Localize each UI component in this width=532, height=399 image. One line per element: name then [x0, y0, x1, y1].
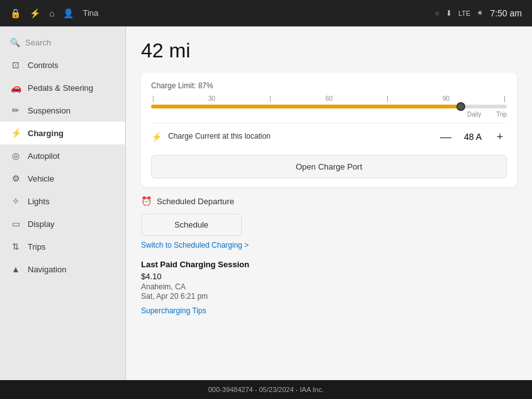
bottom-bar: 000-39484274 - 05/23/2024 - IAA Inc.: [0, 380, 532, 399]
scheduled-departure-label: Scheduled Departure: [157, 197, 234, 206]
autopilot-label: Autopilot: [28, 151, 60, 161]
main-layout: 🔍 Search ⊡ Controls 🚗 Pedals & Steering …: [0, 26, 532, 380]
schedule-button[interactable]: Schedule: [141, 214, 242, 236]
sidebar: 🔍 Search ⊡ Controls 🚗 Pedals & Steering …: [0, 26, 126, 380]
trips-icon: ⇅: [10, 241, 21, 252]
charge-slider-container[interactable]: | 30 | 60 | 90 | Daily Trip: [151, 95, 507, 118]
charge-limit-card: Charge Limit: 87% | 30 | 60 | 90 | Daily: [141, 72, 517, 187]
sidebar-item-controls[interactable]: ⊡ Controls: [0, 54, 125, 76]
open-charge-port-button[interactable]: Open Charge Port: [151, 155, 507, 178]
scheduled-departure-row: ⏰ Scheduled Departure: [141, 196, 517, 206]
trips-label: Trips: [28, 242, 45, 252]
last-paid-amount: $4.10: [141, 272, 517, 281]
charge-current-controls: — 48 A +: [439, 130, 507, 144]
slider-track[interactable]: [151, 105, 507, 108]
slider-labels: Daily Trip: [151, 111, 507, 118]
user-name: Tina: [82, 8, 98, 18]
status-bar: 🔒 ⚡ ⌂ 👤 Tina ○ ⬇ LTE ✴ 7:50 am: [0, 0, 532, 26]
search-label: Search: [25, 38, 51, 47]
charge-current-value: 48 A: [461, 132, 484, 142]
navigation-icon: ▲: [10, 264, 21, 274]
current-time: 7:50 am: [490, 8, 522, 18]
home-icon: ⌂: [49, 8, 54, 18]
slider-ticks: | 30 | 60 | 90 |: [151, 95, 507, 102]
sidebar-item-navigation[interactable]: ▲ Navigation: [0, 258, 125, 280]
charge-current-icon: ⚡: [151, 132, 162, 142]
increase-charge-button[interactable]: +: [493, 130, 507, 144]
charge-current-row: ⚡ Charge Current at this location — 48 A…: [151, 123, 507, 150]
autopilot-icon: ◎: [10, 151, 21, 161]
content-area: 42 mi Charge Limit: 87% | 30 | 60 | 90 |: [126, 26, 532, 380]
range-display: 42 mi: [141, 39, 517, 62]
charge-current-label: Charge Current at this location: [168, 132, 439, 142]
sidebar-item-vehicle[interactable]: ⚙ Vehicle: [0, 167, 125, 190]
sidebar-item-suspension[interactable]: ✏ Suspension: [0, 99, 125, 122]
vehicle-icon: ⚙: [10, 173, 21, 183]
supercharger-tips-link[interactable]: Supercharging Tips: [141, 306, 206, 315]
bluetooth-icon: ✴: [477, 8, 484, 18]
last-paid-section: Last Paid Charging Session $4.10 Anaheim…: [141, 260, 517, 316]
lights-icon: ✧: [10, 196, 21, 206]
download-icon: ⬇: [446, 9, 452, 18]
clock-icon: ⏰: [141, 196, 152, 206]
sidebar-item-pedals[interactable]: 🚗 Pedals & Steering: [0, 76, 125, 99]
display-icon: ▭: [10, 219, 21, 229]
pedals-label: Pedals & Steering: [28, 83, 93, 93]
last-paid-date: Sat, Apr 20 6:21 pm: [141, 292, 517, 301]
circle-icon: ○: [435, 9, 439, 18]
charge-limit-label: Charge Limit: 87%: [151, 81, 507, 90]
switch-to-charging-link[interactable]: Switch to Scheduled Charging >: [141, 241, 517, 250]
display-label: Display: [28, 219, 55, 229]
lights-label: Lights: [28, 197, 50, 206]
sidebar-item-trips[interactable]: ⇅ Trips: [0, 235, 125, 258]
pedals-icon: 🚗: [10, 83, 21, 93]
sidebar-item-autopilot[interactable]: ◎ Autopilot: [0, 144, 125, 167]
daily-label: Daily: [467, 111, 481, 118]
bolt-icon: ⚡: [30, 8, 40, 18]
search-icon: 🔍: [10, 38, 20, 47]
last-paid-title: Last Paid Charging Session: [141, 260, 517, 269]
controls-icon: ⊡: [10, 60, 21, 70]
decrease-charge-button[interactable]: —: [439, 130, 453, 144]
trip-label: Trip: [496, 111, 507, 118]
sidebar-item-search[interactable]: 🔍 Search: [0, 32, 125, 54]
vehicle-label: Vehicle: [28, 174, 54, 183]
last-paid-location: Anaheim, CA: [141, 282, 517, 291]
sidebar-item-lights[interactable]: ✧ Lights: [0, 190, 125, 212]
sidebar-item-charging[interactable]: ⚡ Charging: [0, 122, 125, 144]
bottom-bar-text: 000-39484274 - 05/23/2024 - IAA Inc.: [208, 386, 324, 393]
suspension-icon: ✏: [10, 105, 21, 115]
suspension-label: Suspension: [28, 106, 71, 115]
slider-fill: [151, 105, 461, 108]
sidebar-item-display[interactable]: ▭ Display: [0, 212, 125, 235]
slider-thumb[interactable]: [456, 102, 465, 111]
person-icon: 👤: [63, 8, 74, 18]
lock-icon: 🔒: [10, 8, 21, 18]
charging-label: Charging: [28, 129, 64, 138]
charging-icon: ⚡: [10, 128, 21, 138]
navigation-label: Navigation: [28, 265, 66, 274]
lte-signal: LTE: [458, 9, 470, 17]
controls-label: Controls: [28, 61, 58, 70]
status-bar-right: ○ ⬇ LTE ✴ 7:50 am: [435, 8, 522, 18]
